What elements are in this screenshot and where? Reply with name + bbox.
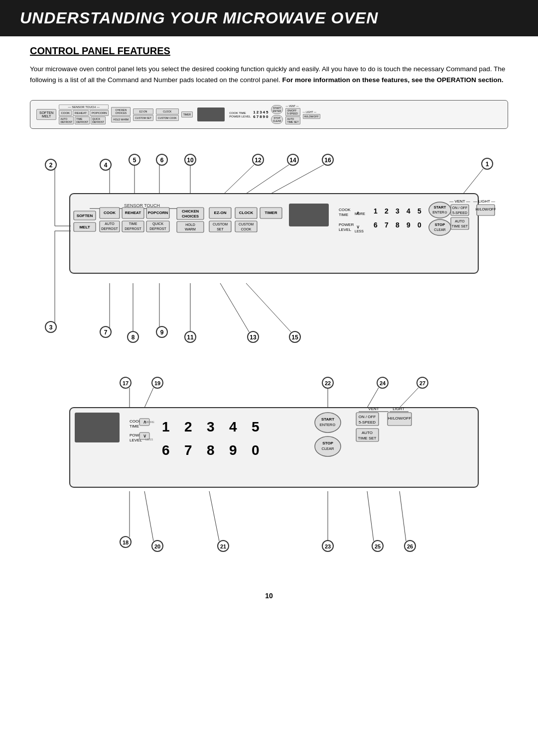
svg-text:TIME: TIME	[130, 424, 139, 429]
svg-text:CHOICES: CHOICES	[182, 214, 199, 218]
svg-text:0: 0	[252, 442, 260, 458]
svg-text:6: 6	[160, 157, 164, 164]
svg-text:20: 20	[154, 543, 160, 549]
svg-text:8: 8	[207, 442, 215, 458]
svg-line-122	[246, 283, 291, 332]
svg-text:COOK: COOK	[104, 211, 116, 215]
svg-text:AUTO: AUTO	[362, 431, 373, 435]
svg-text:— LIGHT —: — LIGHT —	[473, 199, 495, 204]
svg-text:MORE: MORE	[355, 212, 365, 216]
svg-text:5-SPEED: 5-SPEED	[359, 420, 376, 425]
svg-text:POPCORN: POPCORN	[148, 211, 168, 215]
svg-text:7: 7	[385, 221, 389, 229]
svg-point-62	[429, 219, 451, 235]
svg-text:DEFROST: DEFROST	[125, 227, 141, 230]
svg-text:∨: ∨	[356, 224, 360, 229]
svg-text:9: 9	[229, 442, 237, 458]
svg-line-97	[271, 165, 324, 194]
svg-text:STOP: STOP	[322, 441, 333, 445]
svg-text:AUTO: AUTO	[105, 222, 115, 225]
svg-text:SET: SET	[217, 227, 224, 231]
svg-line-186	[209, 491, 219, 541]
svg-text:4: 4	[104, 162, 108, 169]
lower-diagram-svg: COOK TIME ∧ MORE POWER LEVEL ∨ LESS 1 2 …	[30, 363, 508, 577]
lower-diagram: COOK TIME ∧ MORE POWER LEVEL ∨ LESS 1 2 …	[30, 363, 508, 577]
svg-text:2: 2	[385, 207, 389, 215]
svg-text:TIME SET: TIME SET	[452, 224, 468, 228]
page-number: 10	[30, 592, 508, 615]
svg-text:SOFTEN: SOFTEN	[77, 214, 93, 218]
svg-text:LESS: LESS	[355, 229, 364, 233]
svg-line-119	[220, 283, 249, 332]
svg-text:16: 16	[324, 157, 331, 164]
svg-text:27: 27	[419, 380, 425, 386]
small-display	[197, 108, 225, 121]
svg-text:6: 6	[162, 442, 170, 458]
svg-text:TIME SET: TIME SET	[358, 436, 377, 440]
svg-text:CLOCK: CLOCK	[239, 211, 254, 215]
svg-line-183	[144, 491, 153, 541]
svg-text:START: START	[321, 417, 334, 422]
svg-text:HOLD: HOLD	[185, 223, 195, 226]
svg-text:6: 6	[374, 221, 378, 229]
svg-text:1: 1	[374, 207, 378, 215]
upper-diagram: SENSOR TOUCH SOFTEN MELT COOK REHEAT POP…	[30, 144, 508, 353]
svg-text:DEFROST: DEFROST	[101, 227, 118, 230]
svg-line-168	[144, 388, 153, 408]
svg-text:8: 8	[396, 221, 400, 229]
svg-text:1: 1	[486, 161, 489, 168]
svg-text:CLEAR: CLEAR	[434, 228, 445, 231]
svg-text:26: 26	[407, 543, 413, 549]
svg-text:HI/LOW/OFF: HI/LOW/OFF	[476, 208, 496, 211]
svg-line-192	[367, 491, 374, 541]
svg-text:15: 15	[291, 334, 298, 341]
svg-text:COOK: COOK	[241, 227, 252, 231]
svg-line-100	[463, 169, 483, 194]
svg-text:5: 5	[417, 207, 421, 215]
svg-rect-40	[289, 204, 329, 226]
svg-text:18: 18	[123, 540, 129, 545]
svg-text:12: 12	[255, 157, 262, 164]
svg-text:14: 14	[289, 157, 296, 164]
svg-text:ON / OFF: ON / OFF	[359, 415, 376, 419]
svg-text:24: 24	[380, 380, 386, 386]
svg-text:POWER: POWER	[339, 222, 354, 227]
svg-text:TIME: TIME	[339, 213, 348, 217]
svg-text:REHEAT: REHEAT	[125, 211, 141, 215]
svg-text:ENTER⊙: ENTER⊙	[432, 211, 447, 214]
svg-text:3: 3	[49, 324, 53, 331]
svg-text:ON / OFF: ON / OFF	[452, 206, 467, 210]
svg-text:9: 9	[406, 221, 410, 229]
upper-diagram-svg: SENSOR TOUCH SOFTEN MELT COOK REHEAT POP…	[30, 144, 508, 353]
svg-line-195	[400, 491, 406, 541]
svg-text:WARM: WARM	[185, 227, 196, 231]
svg-text:5: 5	[133, 157, 136, 164]
svg-text:VENT: VENT	[368, 407, 379, 411]
svg-text:5: 5	[252, 419, 260, 434]
svg-text:10: 10	[187, 157, 194, 164]
section-title: CONTROL PANEL FEATURES	[30, 45, 508, 57]
svg-text:LEVEL: LEVEL	[339, 227, 351, 232]
svg-point-59	[429, 202, 451, 218]
intro-text: Your microwave oven control panel lets y…	[30, 64, 508, 85]
svg-text:HI/LOW/OFF: HI/LOW/OFF	[388, 416, 411, 421]
svg-text:2: 2	[49, 162, 53, 169]
svg-text:CHICKEN: CHICKEN	[182, 209, 199, 214]
svg-text:4: 4	[229, 419, 237, 434]
small-soften: SOFTENMELT	[36, 109, 56, 120]
svg-text:MELT: MELT	[79, 225, 90, 229]
svg-text:TIMER: TIMER	[265, 211, 277, 215]
svg-text:9: 9	[160, 329, 164, 336]
svg-text:11: 11	[187, 334, 194, 341]
svg-text:4: 4	[406, 207, 410, 215]
svg-text:0: 0	[417, 221, 421, 229]
svg-line-94	[246, 165, 289, 194]
svg-text:AUTO: AUTO	[455, 219, 465, 223]
svg-text:DEFROST: DEFROST	[149, 227, 166, 230]
svg-text:23: 23	[325, 543, 331, 549]
svg-text:1: 1	[162, 419, 170, 434]
svg-text:START: START	[434, 205, 446, 210]
svg-text:17: 17	[123, 380, 129, 386]
small-panel-thumbnail: SOFTENMELT — SENSOR TOUCH — COOK REHEAT …	[30, 100, 508, 129]
svg-text:8: 8	[132, 334, 135, 341]
